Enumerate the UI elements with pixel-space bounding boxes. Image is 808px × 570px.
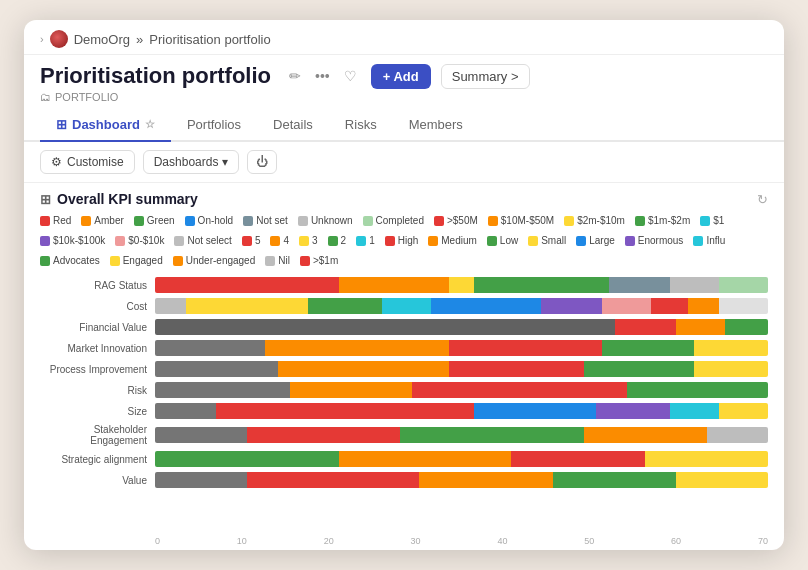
- bar-segment: [474, 277, 609, 293]
- legend-label: $0-$10k: [128, 233, 164, 249]
- legend-color: [174, 236, 184, 246]
- bar-segment: [155, 427, 247, 443]
- legend-color: [564, 216, 574, 226]
- header-actions: ✏ ••• ♡: [285, 66, 361, 86]
- bookmark-button[interactable]: ♡: [340, 66, 361, 86]
- axis-label: 40: [497, 536, 507, 546]
- summary-button[interactable]: Summary >: [441, 64, 530, 89]
- page-header: Prioritisation portfolio ✏ ••• ♡ + Add S…: [24, 55, 784, 109]
- legend-item: 4: [270, 233, 289, 249]
- bar-segment: [688, 298, 719, 314]
- chart-row: Stakeholder Engagement: [40, 424, 768, 446]
- kpi-header: ⊞ Overall KPI summary ↻: [40, 191, 768, 207]
- power-button[interactable]: ⏻: [247, 150, 277, 174]
- legend-label: Red: [53, 213, 71, 229]
- legend-label: Advocates: [53, 253, 100, 269]
- legend-item: >$1m: [300, 253, 338, 269]
- bar-segment: [265, 340, 449, 356]
- legend-color: [185, 216, 195, 226]
- chart-row: Financial Value: [40, 319, 768, 335]
- page-title: Prioritisation portfolio: [40, 63, 271, 89]
- chart-row-label: Cost: [40, 301, 155, 312]
- bar-segment: [216, 403, 473, 419]
- legend-label: 4: [283, 233, 289, 249]
- legend-color: [363, 216, 373, 226]
- legend-item: $0-$10k: [115, 233, 164, 249]
- bar-segment: [609, 277, 670, 293]
- bar-segment: [155, 319, 615, 335]
- bar-segment: [412, 382, 627, 398]
- legend-label: Amber: [94, 213, 123, 229]
- bar-segment: [584, 427, 707, 443]
- legend-color: [110, 256, 120, 266]
- bar-segment: [719, 277, 768, 293]
- tab-dashboard[interactable]: ⊞ Dashboard ☆: [40, 109, 171, 142]
- refresh-icon[interactable]: ↻: [757, 192, 768, 207]
- legend-item: $1: [700, 213, 724, 229]
- axis-labels: 010203040506070: [155, 536, 768, 546]
- legend-color: [173, 256, 183, 266]
- legend-color: [428, 236, 438, 246]
- legend-item: 5: [242, 233, 261, 249]
- add-button[interactable]: + Add: [371, 64, 431, 89]
- bar-segment: [719, 298, 768, 314]
- legend-item: $10k-$100k: [40, 233, 105, 249]
- tab-members[interactable]: Members: [393, 109, 479, 142]
- legend-color: [81, 216, 91, 226]
- customise-button[interactable]: ⚙ Customise: [40, 150, 135, 174]
- breadcrumb-path: Prioritisation portfolio: [149, 32, 270, 47]
- bar-segment: [339, 277, 449, 293]
- legend-item: Under-engaged: [173, 253, 256, 269]
- legend-label: Large: [589, 233, 615, 249]
- legend-item: Unknown: [298, 213, 353, 229]
- legend-label: Low: [500, 233, 518, 249]
- chart-row-label: Process Improvement: [40, 364, 155, 375]
- legend-label: On-hold: [198, 213, 234, 229]
- tab-portfolios[interactable]: Portfolios: [171, 109, 257, 142]
- bar-segment: [707, 427, 768, 443]
- tab-details[interactable]: Details: [257, 109, 329, 142]
- bar-segment: [290, 382, 413, 398]
- breadcrumb-separator: »: [136, 32, 143, 47]
- legend-color: [700, 216, 710, 226]
- tab-star-icon[interactable]: ☆: [145, 118, 155, 131]
- chart-row-label: Market Innovation: [40, 343, 155, 354]
- bar-segment: [670, 403, 719, 419]
- bar-segment: [719, 403, 768, 419]
- legend-color: [356, 236, 366, 246]
- legend-item: Enormous: [625, 233, 684, 249]
- bar-container: [155, 319, 768, 335]
- legend-item: Large: [576, 233, 615, 249]
- edit-button[interactable]: ✏: [285, 66, 305, 86]
- bar-segment: [694, 361, 768, 377]
- chart-row-label: RAG Status: [40, 280, 155, 291]
- bar-segment: [382, 298, 431, 314]
- legend-color: [134, 216, 144, 226]
- legend-color: [385, 236, 395, 246]
- bar-container: [155, 340, 768, 356]
- bar-segment: [247, 427, 400, 443]
- bar-segment: [155, 361, 278, 377]
- org-name: DemoOrg: [74, 32, 130, 47]
- bar-segment: [584, 361, 694, 377]
- legend-label: Unknown: [311, 213, 353, 229]
- bar-segment: [627, 382, 768, 398]
- bar-segment: [553, 472, 676, 488]
- bar-container: [155, 361, 768, 377]
- more-button[interactable]: •••: [311, 66, 334, 86]
- chevron-icon: ›: [40, 33, 44, 45]
- chart-row-label: Size: [40, 406, 155, 417]
- bar-segment: [725, 319, 768, 335]
- bar-segment: [694, 340, 768, 356]
- dashboards-button[interactable]: Dashboards ▾: [143, 150, 240, 174]
- legend-item: 2: [328, 233, 347, 249]
- legend-color: [40, 236, 50, 246]
- legend-color: [243, 216, 253, 226]
- legend-item: Medium: [428, 233, 477, 249]
- bar-container: [155, 298, 768, 314]
- bar-segment: [186, 298, 309, 314]
- legend-item: On-hold: [185, 213, 234, 229]
- tab-risks[interactable]: Risks: [329, 109, 393, 142]
- legend-color: [300, 256, 310, 266]
- legend-label: $2m-$10m: [577, 213, 625, 229]
